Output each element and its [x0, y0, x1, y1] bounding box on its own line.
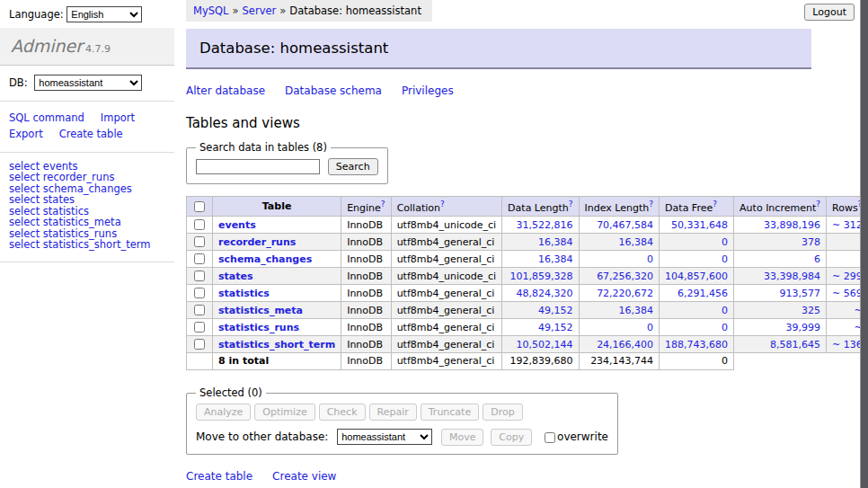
- column-header-label: Auto Increment: [740, 202, 816, 214]
- data-free-cell-link[interactable]: 0: [722, 236, 728, 248]
- check-button[interactable]: Check: [319, 404, 366, 421]
- analyze-button[interactable]: Analyze: [196, 404, 251, 421]
- row-checkbox[interactable]: [194, 339, 205, 350]
- help-icon[interactable]: ?: [816, 200, 820, 209]
- data-length-cell: 49,152: [502, 319, 579, 336]
- select-link[interactable]: select: [9, 238, 40, 251]
- search-button[interactable]: Search: [328, 158, 378, 175]
- table-link[interactable]: statistics_runs: [218, 322, 299, 333]
- row-checkbox[interactable]: [194, 305, 205, 315]
- table-link[interactable]: events: [218, 219, 256, 231]
- index-length-cell-link[interactable]: 24,166,400: [597, 339, 653, 350]
- select-all-checkbox[interactable]: [194, 201, 205, 212]
- sidebar-action-link[interactable]: Export: [9, 128, 43, 140]
- move-db-select[interactable]: homeassistant: [337, 429, 432, 445]
- help-icon[interactable]: ?: [649, 200, 653, 209]
- index-length-cell-link[interactable]: 0: [647, 253, 653, 265]
- column-header-label: Data Length: [508, 202, 569, 214]
- index-length-cell-link[interactable]: 67,256,320: [597, 271, 653, 282]
- sidebar-action-link[interactable]: SQL command: [9, 111, 84, 124]
- data-length-cell-link[interactable]: 31,522,816: [517, 219, 573, 231]
- table-row: eventsInnoDButf8mb4_unicode_ci31,522,816…: [187, 217, 868, 234]
- data-length-cell-link[interactable]: 49,152: [538, 305, 573, 316]
- language-select[interactable]: English: [66, 6, 142, 22]
- auto-increment-cell-link[interactable]: 39,999: [786, 322, 821, 333]
- collation-cell: utf8mb4_general_ci: [391, 336, 501, 353]
- adminer-brand-link[interactable]: Adminer: [11, 36, 83, 56]
- auto-increment-cell-link[interactable]: 33,398,984: [764, 271, 820, 282]
- breadcrumb-mysql-link[interactable]: MySQL: [193, 4, 229, 17]
- nav-link[interactable]: Database schema: [285, 84, 382, 97]
- help-icon[interactable]: ?: [713, 200, 717, 209]
- index-length-cell-link[interactable]: 16,384: [619, 305, 654, 316]
- table-link[interactable]: schema_changes: [218, 253, 312, 265]
- language-label: Language:: [9, 8, 64, 21]
- sidebar-action-link[interactable]: Import: [101, 111, 135, 124]
- data-length-cell-link[interactable]: 101,859,328: [510, 271, 573, 282]
- data-free-cell-link[interactable]: 0: [722, 253, 728, 265]
- auto-increment-cell-link[interactable]: 913,577: [780, 288, 821, 299]
- help-icon[interactable]: ?: [440, 200, 445, 209]
- index-length-cell-link[interactable]: 70,467,584: [597, 219, 653, 231]
- row-checkbox[interactable]: [194, 253, 205, 264]
- table-link[interactable]: recorder_runs: [218, 236, 296, 248]
- auto-increment-cell-link[interactable]: 8,581,645: [770, 339, 820, 350]
- sidebar-action-link[interactable]: Create table: [59, 128, 123, 140]
- move-button[interactable]: Move: [441, 429, 484, 446]
- drop-button[interactable]: Drop: [483, 404, 522, 421]
- data-free-cell-link[interactable]: 188,743,680: [665, 339, 728, 350]
- row-checkbox[interactable]: [194, 288, 205, 298]
- adminer-version: 4.7.9: [85, 43, 111, 55]
- auto-increment-cell-link[interactable]: 325: [802, 305, 820, 316]
- index-length-cell-link[interactable]: 0: [647, 322, 653, 333]
- copy-button[interactable]: Copy: [491, 429, 532, 446]
- help-icon[interactable]: ?: [569, 200, 573, 209]
- page-scrollbar[interactable]: [860, 0, 868, 488]
- index-length-cell-link[interactable]: 72,220,672: [597, 288, 653, 299]
- data-length-cell-link[interactable]: 16,384: [538, 253, 573, 265]
- auto-increment-cell-link[interactable]: 378: [802, 236, 820, 248]
- data-free-cell-link[interactable]: 104,857,600: [665, 271, 728, 282]
- nav-link[interactable]: Create table: [186, 470, 252, 483]
- nav-link[interactable]: Alter database: [186, 84, 265, 97]
- overwrite-checkbox[interactable]: [545, 432, 555, 443]
- tables-overview-table: TableEngine?Collation?Data Length?Index …: [186, 196, 868, 370]
- column-header-label: Data Free: [665, 202, 713, 214]
- table-name-cell: statistics_runs: [213, 319, 341, 336]
- help-icon[interactable]: ?: [381, 200, 385, 209]
- data-free-cell-link[interactable]: 50,331,648: [671, 219, 728, 231]
- data-length-cell-link[interactable]: 10,502,144: [517, 339, 573, 350]
- index-length-cell: 0: [579, 319, 660, 336]
- table-name-link[interactable]: statistics_short_term: [43, 238, 151, 251]
- data-length-cell-link[interactable]: 48,824,320: [517, 288, 573, 299]
- column-header-label: Engine: [347, 202, 381, 214]
- table-link[interactable]: statistics_short_term: [218, 339, 335, 350]
- table-link[interactable]: statistics: [218, 288, 270, 299]
- search-input[interactable]: [196, 159, 320, 174]
- collation-cell: utf8mb4_unicode_ci: [391, 217, 501, 234]
- row-checkbox[interactable]: [194, 322, 205, 333]
- logout-button[interactable]: Logout: [804, 4, 855, 21]
- index-length-cell-link[interactable]: 16,384: [619, 236, 654, 248]
- auto-increment-cell-link[interactable]: 6: [814, 253, 820, 265]
- row-checkbox[interactable]: [194, 219, 205, 230]
- engine-cell: InnoDB: [341, 217, 391, 234]
- nav-link[interactable]: Privileges: [402, 84, 454, 97]
- repair-button[interactable]: Repair: [369, 404, 417, 421]
- engine-cell: InnoDB: [341, 302, 391, 319]
- auto-increment-cell-link[interactable]: 33,898,196: [764, 219, 820, 231]
- optimize-button[interactable]: Optimize: [254, 404, 314, 421]
- data-free-cell-link[interactable]: 6,291,456: [678, 288, 728, 299]
- truncate-button[interactable]: Truncate: [421, 404, 479, 421]
- data-free-cell-link[interactable]: 0: [722, 305, 728, 316]
- breadcrumb-server-link[interactable]: Server: [243, 4, 277, 17]
- db-select[interactable]: homeassistant: [34, 75, 142, 91]
- data-length-cell-link[interactable]: 49,152: [538, 322, 573, 333]
- table-link[interactable]: states: [218, 271, 253, 282]
- row-checkbox[interactable]: [194, 236, 205, 247]
- data-free-cell-link[interactable]: 0: [722, 322, 728, 333]
- table-link[interactable]: statistics_meta: [218, 305, 303, 316]
- data-length-cell-link[interactable]: 16,384: [538, 236, 573, 248]
- nav-link[interactable]: Create view: [272, 470, 336, 483]
- row-checkbox[interactable]: [194, 271, 205, 281]
